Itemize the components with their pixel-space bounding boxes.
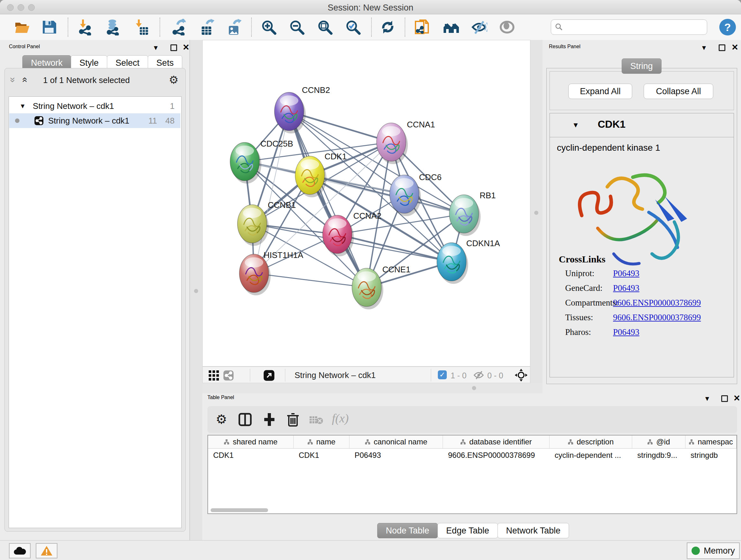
birdseye-view-icon[interactable] bbox=[499, 19, 515, 36]
network-view-icon[interactable] bbox=[223, 370, 234, 381]
tree-expander-icon[interactable]: ▼ bbox=[19, 103, 26, 110]
left-splitter[interactable] bbox=[190, 40, 202, 540]
collapse-all-networks-icon[interactable]: » bbox=[10, 77, 16, 83]
collapse-panel-icon[interactable]: ▾ bbox=[702, 43, 706, 52]
tab-edge-table[interactable]: Edge Table bbox=[437, 523, 498, 538]
export-network-icon[interactable] bbox=[171, 19, 188, 36]
column-type-icon bbox=[224, 439, 229, 445]
network-view-title: String Network – cdk1 bbox=[294, 370, 376, 380]
selected-checkbox-icon[interactable]: ✓ bbox=[438, 370, 447, 379]
node-table: shared namenamecanonical namedatabase id… bbox=[207, 435, 737, 514]
show-all-panels-icon[interactable] bbox=[443, 19, 460, 36]
crosslink-value[interactable]: 9606.ENSP00000378699 bbox=[613, 298, 701, 308]
column-header-name[interactable]: name bbox=[293, 435, 349, 448]
network-list: ▼ String Network – cdk1 1 String Network… bbox=[9, 97, 182, 528]
right-splitter[interactable] bbox=[530, 40, 542, 393]
import-network-database-icon[interactable] bbox=[105, 19, 121, 36]
duplicate-network-icon[interactable] bbox=[414, 19, 431, 36]
expand-all-networks-icon[interactable]: » bbox=[21, 77, 27, 83]
crosslink-value[interactable]: P06493 bbox=[613, 283, 639, 293]
delete-column-icon[interactable] bbox=[286, 412, 300, 427]
column-header-database-identifier[interactable]: database identifier bbox=[443, 435, 549, 448]
warnings-button[interactable] bbox=[36, 543, 57, 558]
app-window: Session: New Session ? Control Panel bbox=[0, 0, 741, 560]
table-cell[interactable]: P06493 bbox=[349, 449, 443, 462]
export-image-icon[interactable] bbox=[226, 19, 243, 36]
string-network-graph[interactable]: CCNB2CCNA1CDC25BCDK1CDC6RB1CCNB1CCNA2CDK… bbox=[203, 40, 530, 366]
node-label-HIST1H1A: HIST1H1A bbox=[264, 250, 304, 260]
network-tab-content: » » 1 of 1 Network selected ⚙ ▼ String N… bbox=[4, 68, 186, 532]
tab-string[interactable]: String bbox=[622, 58, 662, 74]
crosslink-label: Pharos: bbox=[565, 327, 591, 337]
zoom-in-icon[interactable] bbox=[260, 19, 277, 36]
hide-panels-icon[interactable] bbox=[471, 19, 487, 36]
table-cell[interactable]: cyclin-dependent ... bbox=[549, 449, 632, 462]
collapse-all-button[interactable]: Collapse All bbox=[644, 84, 713, 99]
open-session-icon[interactable] bbox=[14, 19, 30, 36]
table-row[interactable]: CDK1CDK1P064939606.ENSP00000378699cyclin… bbox=[208, 449, 737, 462]
add-column-icon[interactable] bbox=[262, 413, 276, 427]
close-panel-icon[interactable]: ✕ bbox=[731, 43, 738, 52]
table-cell[interactable]: stringdb bbox=[685, 449, 737, 462]
control-panel-title: Control Panel bbox=[9, 44, 40, 50]
column-header-namespac[interactable]: namespac bbox=[685, 435, 737, 448]
zoom-fit-icon[interactable] bbox=[317, 19, 333, 36]
network-label: String Network – cdk1 bbox=[48, 116, 129, 126]
crosslink-value[interactable]: P06493 bbox=[613, 327, 639, 337]
search-input[interactable] bbox=[566, 21, 702, 33]
node-label-CCNA2: CCNA2 bbox=[353, 211, 381, 221]
protein-structure-image bbox=[569, 158, 710, 286]
table-cell[interactable]: 9606.ENSP00000378699 bbox=[443, 449, 549, 462]
network-collection-row[interactable]: ▼ String Network – cdk1 1 bbox=[9, 99, 180, 113]
toolbar-separator bbox=[68, 17, 68, 37]
collapse-panel-icon[interactable]: ▾ bbox=[705, 394, 709, 403]
column-header-canonical-name[interactable]: canonical name bbox=[349, 435, 443, 448]
crosslink-value[interactable]: 9606.ENSP00000378699 bbox=[613, 313, 701, 322]
zoom-selected-icon[interactable] bbox=[345, 19, 361, 36]
float-panel-icon[interactable] bbox=[719, 44, 725, 51]
import-table-file-icon[interactable] bbox=[133, 19, 149, 36]
save-session-icon[interactable] bbox=[41, 19, 57, 36]
tab-network-table[interactable]: Network Table bbox=[497, 523, 569, 538]
network-row-selected[interactable]: String Network – cdk1 11 48 bbox=[9, 113, 180, 128]
tab-node-table[interactable]: Node Table bbox=[377, 523, 438, 538]
column-type-icon bbox=[647, 439, 653, 445]
protein-header[interactable]: ▼ CDK1 bbox=[550, 113, 734, 137]
table-cell[interactable]: stringdb:9... bbox=[632, 449, 685, 462]
table-toolbar: ⚙ f(x) bbox=[207, 406, 737, 433]
column-header-shared-name[interactable]: shared name bbox=[208, 435, 293, 448]
grid-view-icon[interactable] bbox=[208, 370, 219, 381]
close-panel-icon[interactable]: ✕ bbox=[183, 43, 190, 52]
collapse-panel-icon[interactable]: ▾ bbox=[154, 43, 158, 52]
toolbar-separator bbox=[431, 369, 431, 381]
table-tabs: Node TableEdge TableNetwork Table bbox=[377, 523, 569, 538]
network-canvas[interactable]: CCNB2CCNA1CDC25BCDK1CDC6RB1CCNB1CCNA2CDK… bbox=[202, 40, 530, 367]
float-panel-icon[interactable] bbox=[721, 395, 728, 402]
network-options-gear-icon[interactable]: ⚙ bbox=[169, 73, 179, 86]
fit-selected-crosshair-icon[interactable] bbox=[515, 369, 528, 381]
table-panel: Table Panel ▾ ✕ ⚙ f(x) shared namenameca… bbox=[202, 393, 741, 540]
table-cell[interactable]: CDK1 bbox=[208, 449, 293, 462]
horizontal-scrollbar[interactable] bbox=[211, 508, 268, 512]
column-header-description[interactable]: description bbox=[549, 435, 632, 448]
column-header-@id[interactable]: @id bbox=[632, 435, 685, 448]
table-options-gear-icon[interactable]: ⚙ bbox=[216, 412, 227, 427]
automation-cloud-button[interactable] bbox=[9, 543, 30, 558]
memory-button[interactable]: Memory bbox=[687, 543, 740, 559]
crosslink-value[interactable]: P06493 bbox=[613, 268, 639, 278]
export-table-icon[interactable] bbox=[199, 19, 216, 36]
hidden-eye-icon[interactable] bbox=[473, 371, 484, 380]
expand-all-button[interactable]: Expand All bbox=[568, 84, 632, 99]
float-panel-icon[interactable] bbox=[171, 44, 177, 51]
show-columns-icon[interactable] bbox=[238, 413, 252, 427]
section-expander-icon[interactable]: ▼ bbox=[572, 121, 579, 129]
import-network-file-icon[interactable] bbox=[77, 19, 93, 36]
zoom-out-icon[interactable] bbox=[288, 19, 305, 36]
crosslinks-title: CrossLinks bbox=[559, 254, 605, 265]
close-panel-icon[interactable]: ✕ bbox=[733, 393, 740, 403]
table-cell[interactable]: CDK1 bbox=[293, 449, 349, 462]
refresh-icon[interactable] bbox=[380, 19, 396, 36]
open-view-icon[interactable] bbox=[263, 370, 275, 381]
help-icon[interactable]: ? bbox=[719, 19, 736, 36]
title-bar: Session: New Session bbox=[0, 0, 741, 14]
